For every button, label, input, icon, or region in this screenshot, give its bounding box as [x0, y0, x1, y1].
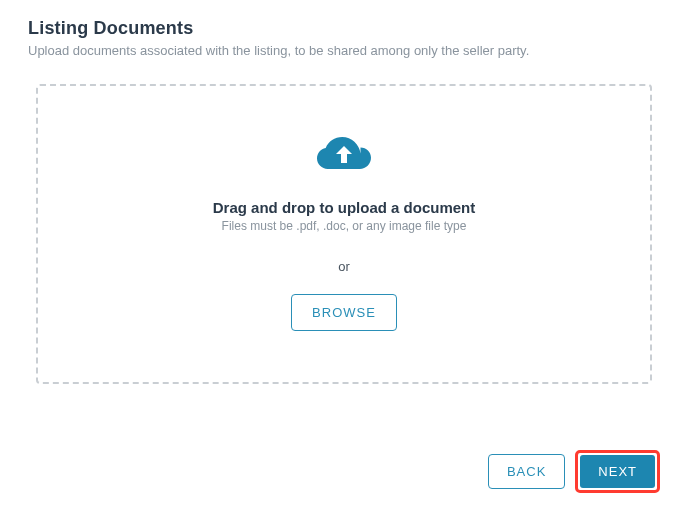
next-button-highlight: NEXT [575, 450, 660, 493]
back-button[interactable]: BACK [488, 454, 565, 489]
dropzone-subtext: Files must be .pdf, .doc, or any image f… [222, 219, 467, 233]
upload-dropzone[interactable]: Drag and drop to upload a document Files… [36, 84, 652, 384]
next-button[interactable]: NEXT [580, 455, 655, 488]
dropzone-heading: Drag and drop to upload a document [213, 199, 476, 216]
cloud-upload-icon [317, 137, 371, 181]
dropzone-or-label: or [338, 259, 350, 274]
page-title: Listing Documents [28, 18, 660, 39]
page-subtitle: Upload documents associated with the lis… [28, 43, 660, 58]
footer-actions: BACK NEXT [488, 450, 660, 493]
browse-button[interactable]: BROWSE [291, 294, 397, 331]
